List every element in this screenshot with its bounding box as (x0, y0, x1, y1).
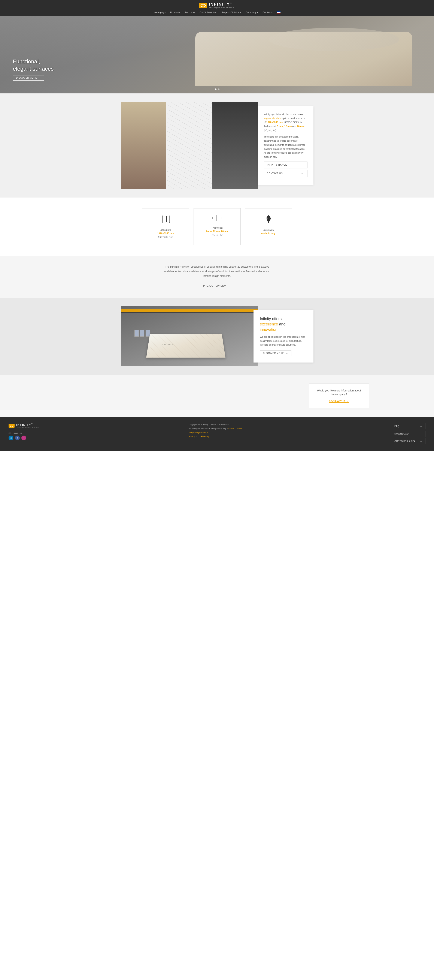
logo-tagline: The engineered surface. (209, 6, 234, 9)
footer-email: info@infinitysurfaces.it (188, 431, 242, 434)
contact-arrow-icon: → (301, 172, 304, 175)
footer-policies: Privacy · Cookie Policy (188, 435, 242, 438)
feature-sizes-label: Sizes up to 1620×3240 mm (63½"×127⅝") (147, 228, 185, 239)
feature-thickness-label: Thickness: 6mm, 12mm, 20mm (¼", ½", ¾") (198, 226, 236, 237)
intro-paragraph-2: The slabs can be applied to walls, trans… (264, 135, 307, 159)
project-text: The INFINITY division specialises in sup… (162, 265, 273, 278)
footer-logo: INFINITY™ The engineered surface. (9, 423, 40, 428)
footer-cookie-link[interactable]: Cookie Policy (198, 435, 209, 438)
features-grid: Sizes up to 1620×3240 mm (63½"×127⅝") Th… (131, 208, 303, 245)
feature-italy: Exclusively made in Italy (245, 208, 292, 245)
factory-crane-bar (121, 309, 258, 312)
factory-crane-base (121, 312, 258, 313)
intro-card: Infinity specialises in the production o… (258, 106, 314, 185)
hero-pagination (215, 89, 219, 90)
range-arrow-icon: → (301, 163, 304, 167)
footer-phone-link[interactable]: +39 0532 22460 (228, 428, 242, 430)
footer-download-button[interactable]: DOWNLOAD → (391, 431, 425, 437)
nav-company[interactable]: Company (246, 11, 258, 14)
hero-dot-2[interactable] (218, 89, 219, 90)
feature-thickness: Thickness: 6mm, 12mm, 20mm (¼", ½", ¾") (193, 208, 241, 245)
footer-logo-icon (9, 424, 14, 428)
footer-logo-tagline: The engineered surface. (16, 426, 40, 428)
intro-paragraph-1: Infinity specialises in the production o… (264, 112, 307, 132)
nav-contacts[interactable]: Contacts (263, 11, 272, 14)
hero-cushion-shape (269, 28, 399, 51)
instagram-icon[interactable]: ✦ (21, 436, 26, 440)
footer-copyright: Copyright 2019. Infinity – VAT N. 001759… (188, 423, 242, 426)
factory-inner: ∞ INFINITY Infinity offers excellence an… (121, 306, 314, 366)
large-scale-slabs-link[interactable]: large-scale slabs (264, 117, 282, 119)
feature-italy-label: Exclusively made in Italy (249, 228, 288, 235)
linkedin-icon[interactable]: in (9, 436, 13, 440)
nav-links: Homepage Products End uses Outfit Select… (154, 11, 280, 14)
thickness-20: 20 mm (297, 125, 304, 127)
size-value: 1620×3240 mm (266, 121, 283, 123)
faq-arrow-icon: → (420, 425, 422, 428)
svg-rect-1 (167, 216, 169, 222)
footer-left: INFINITY™ The engineered surface. FOLLOW… (9, 423, 40, 440)
facebook-icon[interactable]: f (15, 436, 20, 440)
logo-text: INFINITY™ (209, 2, 233, 6)
feature-sizes: Sizes up to 1620×3240 mm (63½"×127⅝") (142, 208, 189, 245)
footer-social: in f ✦ (9, 436, 40, 440)
factory-card: Infinity offers excellence and innovatio… (253, 310, 314, 363)
footer-right: FAQ → DOWNLOAD → CUSTOMER AREA → (391, 423, 425, 444)
download-arrow-icon: → (420, 433, 422, 435)
factory-discover-button[interactable]: DISCOVER MORE → (260, 350, 291, 356)
factory-section: ∞ INFINITY Infinity offers excellence an… (0, 298, 434, 375)
intro-image-group (121, 102, 258, 189)
contact-box: Would you like more information about th… (309, 383, 369, 408)
nav-homepage[interactable]: Homepage (154, 11, 166, 14)
nav-project[interactable]: Project Division (222, 11, 241, 14)
hero-title: Functional, elegant surfaces (13, 58, 54, 73)
footer-address: Via Bottrighe, 83 – 45026 Rovigo (RO), I… (188, 427, 242, 430)
nav-enduses[interactable]: End uses (185, 11, 195, 14)
project-arrow-icon: → (228, 285, 231, 287)
thickness-12: 12 mm (284, 125, 292, 127)
contact-banner: Would you like more information about th… (0, 375, 434, 417)
project-section: The INFINITY division specialises in sup… (0, 256, 434, 298)
arrow-right-icon: → (38, 77, 41, 79)
factory-marble-slab (146, 334, 225, 358)
factory-logo-overlay: ∞ INFINITY (162, 343, 175, 345)
intro-image-2 (166, 102, 212, 189)
footer-faq-button[interactable]: FAQ → (391, 423, 425, 430)
intro-image-3 (212, 102, 258, 189)
footer: INFINITY™ The engineered surface. FOLLOW… (0, 417, 434, 451)
intro-section: Infinity specialises in the production o… (0, 94, 434, 197)
contact-us-button[interactable]: CONTACT US → (264, 170, 307, 177)
thickness-6: 6 mm (277, 125, 283, 127)
footer-email-link[interactable]: info@infinitysurfaces.it (188, 431, 208, 434)
thickness-icon (198, 215, 236, 223)
logo-icon (200, 3, 207, 8)
contact-question: Would you like more information about th… (315, 389, 362, 396)
intro-images (121, 102, 258, 189)
hero-section: Functional, elegant surfaces DISCOVER MO… (0, 16, 434, 94)
factory-windows (135, 330, 150, 337)
svg-rect-0 (162, 216, 166, 222)
factory-heading: Infinity offers excellence and innovatio… (260, 316, 307, 332)
contact-us-link[interactable]: CONTACTUS → (329, 400, 349, 402)
customer-area-arrow-icon: → (420, 440, 422, 442)
nav-outfit[interactable]: Outfit Selection (200, 11, 217, 14)
features-section: Sizes up to 1620×3240 mm (63½"×127⅝") Th… (0, 197, 434, 256)
follow-label: FOLLOW US (9, 432, 40, 434)
footer-customer-area-button[interactable]: CUSTOMER AREA → (391, 438, 425, 444)
footer-center: Copyright 2019. Infinity – VAT N. 001759… (188, 423, 242, 438)
footer-privacy-link[interactable]: Privacy (188, 435, 195, 438)
factory-image: ∞ INFINITY (121, 306, 258, 366)
hero-content: Functional, elegant surfaces DISCOVER MO… (13, 58, 54, 81)
infinity-range-button[interactable]: INFINITY RANGE → (264, 162, 307, 169)
project-division-button[interactable]: PROJECT DIVISION → (199, 283, 234, 289)
nav-products[interactable]: Products (170, 11, 180, 14)
intro-inner: Infinity specialises in the production o… (121, 102, 314, 189)
hero-dot-1[interactable] (215, 89, 217, 90)
language-flag-icon[interactable] (277, 11, 280, 13)
navbar: INFINITY™ The engineered surface. Homepa… (0, 0, 434, 16)
factory-body: We are specialised in the production of … (260, 335, 307, 347)
factory-arrow-icon: → (286, 352, 288, 355)
discover-more-button[interactable]: DISCOVER MORE → (13, 75, 44, 81)
footer-logo-text: INFINITY™ (16, 423, 40, 426)
italy-map-icon (249, 215, 288, 225)
